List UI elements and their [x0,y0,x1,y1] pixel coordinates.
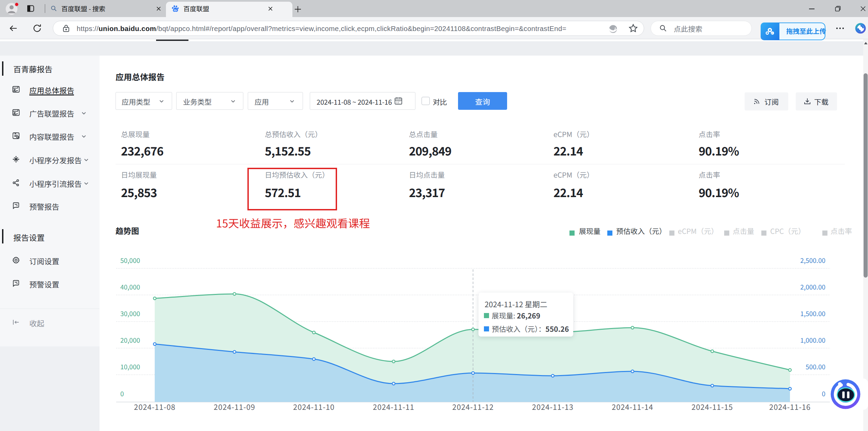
svg-text:2024-11-16: 2024-11-16 [769,401,811,412]
svg-text:0: 0 [120,389,124,398]
svg-text:500.00: 500.00 [806,362,825,371]
svg-text:2024-11-12: 2024-11-12 [452,401,494,412]
svg-text:2024-11-14: 2024-11-14 [612,401,653,412]
svg-text:2024-11-15: 2024-11-15 [691,401,733,412]
svg-text:2,000.00: 2,000.00 [800,282,825,291]
svg-text:0: 0 [822,389,825,398]
svg-text:1,000.00: 1,000.00 [800,335,825,344]
svg-text:50,000: 50,000 [120,255,140,265]
svg-text:10,000: 10,000 [120,362,140,371]
svg-text:20,000: 20,000 [120,335,140,344]
svg-text:2024-11-11: 2024-11-11 [373,401,414,412]
svg-text:30,000: 30,000 [120,309,140,318]
svg-text:2024-11-10: 2024-11-10 [293,401,335,412]
svg-text:2,500.00: 2,500.00 [800,255,825,265]
svg-text:1,500.00: 1,500.00 [800,309,825,318]
svg-text:40,000: 40,000 [120,282,140,291]
svg-text:2024-11-09: 2024-11-09 [214,401,255,412]
svg-text:du: du [174,9,177,12]
svg-text:2024-11-08: 2024-11-08 [134,401,176,412]
svg-text:2024-11-13: 2024-11-13 [532,401,574,412]
